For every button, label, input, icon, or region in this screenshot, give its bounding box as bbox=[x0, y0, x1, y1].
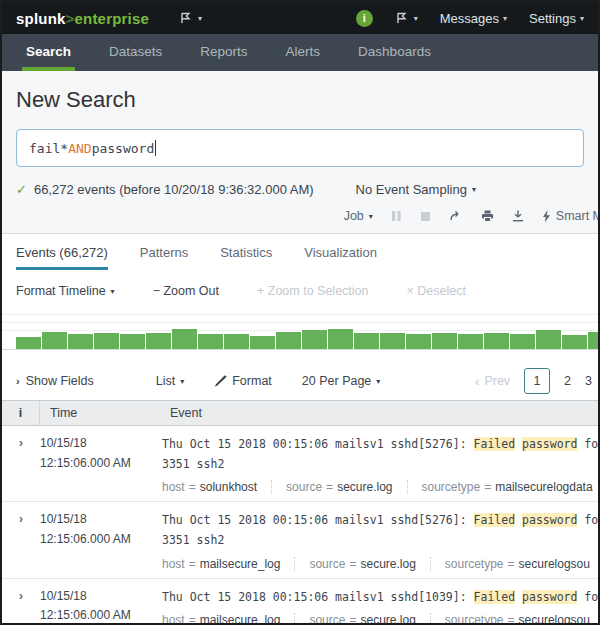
timeline-bar[interactable] bbox=[250, 336, 275, 349]
timeline-bar[interactable] bbox=[172, 329, 197, 349]
timeline-bar[interactable] bbox=[458, 334, 483, 349]
messages-menu[interactable]: Messages bbox=[440, 11, 507, 26]
timeline-bar[interactable] bbox=[432, 333, 457, 349]
event-fields: host=solunkhost source=secure.log source… bbox=[162, 480, 598, 494]
event-timestamp: 12:15:06.000 AM bbox=[40, 454, 162, 474]
nav-label: Alerts bbox=[286, 44, 321, 59]
field-source[interactable]: source=secure.log bbox=[271, 480, 406, 494]
show-fields-label: Show Fields bbox=[26, 374, 94, 388]
event-raw-text: Thu Oct 15 2018 00:15:06 mailsv1 sshd[52… bbox=[162, 434, 598, 454]
zoom-to-selection-button: + Zoom to Selection bbox=[257, 284, 369, 298]
chevron-down-icon bbox=[503, 14, 507, 23]
gridline bbox=[2, 322, 598, 323]
timeline-bar[interactable] bbox=[484, 333, 509, 349]
field-sourcetype[interactable]: sourcetype=securelogsou bbox=[430, 613, 598, 625]
highlighted-term: password bbox=[522, 590, 577, 604]
pause-button[interactable] bbox=[391, 210, 402, 222]
expand-row-chevron[interactable] bbox=[2, 434, 40, 494]
highlighted-term: password bbox=[522, 437, 577, 451]
query-operator: AND bbox=[68, 141, 91, 156]
nav-item-alerts[interactable]: Alerts bbox=[282, 35, 325, 71]
field-source[interactable]: source=secure.log bbox=[294, 557, 429, 571]
format-timeline-menu[interactable]: Format Timeline bbox=[16, 284, 115, 298]
timeline-bar[interactable] bbox=[68, 334, 93, 349]
nav-item-search[interactable]: Search bbox=[22, 35, 75, 71]
event-date: 10/15/18 bbox=[40, 587, 162, 607]
field-sourcetype[interactable]: sourcetype=mailsecurelogdata bbox=[407, 480, 599, 494]
active-nav-underline bbox=[22, 67, 75, 71]
timeline-bar[interactable] bbox=[406, 334, 431, 349]
settings-menu[interactable]: Settings bbox=[529, 11, 584, 26]
timeline-bar[interactable] bbox=[276, 332, 301, 349]
timeline-bar[interactable] bbox=[224, 334, 249, 349]
nav-item-reports[interactable]: Reports bbox=[196, 35, 251, 71]
event-timeline-chart[interactable] bbox=[2, 308, 598, 350]
column-header-info: i bbox=[2, 401, 40, 425]
event-date: 10/15/18 bbox=[40, 434, 162, 454]
event-cell: Thu Oct 15 2018 00:15:06 mailsv1 sshd[52… bbox=[162, 510, 598, 570]
share-button[interactable] bbox=[449, 210, 463, 222]
tab-visualization[interactable]: Visualization bbox=[304, 234, 377, 270]
field-host[interactable]: host=mailsecure_log bbox=[162, 557, 294, 571]
activity-menu-2[interactable] bbox=[395, 12, 418, 24]
format-results-button[interactable]: Format bbox=[214, 374, 272, 388]
timeline-controls: Format Timeline − Zoom Out + Zoom to Sel… bbox=[2, 274, 598, 308]
list-view-menu[interactable]: List bbox=[156, 374, 184, 388]
search-mode-button[interactable]: Smart Mo bbox=[542, 209, 600, 223]
field-source[interactable]: source=secure.log bbox=[294, 613, 429, 625]
export-button[interactable] bbox=[512, 210, 524, 222]
timeline-bar[interactable] bbox=[510, 334, 535, 349]
query-text: password bbox=[92, 141, 155, 156]
field-host[interactable]: host=mailsecure_log bbox=[162, 613, 294, 625]
timeline-bar[interactable] bbox=[42, 332, 67, 349]
field-sourcetype[interactable]: sourcetype=securelogsou bbox=[430, 557, 598, 571]
expand-row-chevron[interactable] bbox=[2, 510, 40, 570]
zoom-out-button[interactable]: − Zoom Out bbox=[153, 284, 219, 298]
page-2-button[interactable]: 2 bbox=[564, 374, 571, 388]
event-timestamp: 12:15:06.000 AM bbox=[40, 606, 162, 625]
job-menu[interactable]: Job bbox=[344, 209, 373, 223]
timeline-bar[interactable] bbox=[380, 333, 405, 349]
show-fields-toggle[interactable]: Show Fields bbox=[16, 374, 94, 388]
timeline-bar[interactable] bbox=[198, 334, 223, 349]
activity-menu[interactable] bbox=[179, 12, 202, 24]
timeline-bar[interactable] bbox=[146, 333, 171, 349]
tab-patterns[interactable]: Patterns bbox=[140, 234, 188, 270]
checkmark-icon bbox=[16, 182, 27, 197]
chevron-down-icon bbox=[198, 14, 202, 23]
stop-button[interactable] bbox=[420, 211, 431, 222]
prev-label: Prev bbox=[484, 374, 510, 388]
timeline-bar[interactable] bbox=[536, 330, 561, 349]
timeline-bar[interactable] bbox=[588, 332, 598, 349]
event-time: 10/15/18 12:15:06.000 AM bbox=[40, 434, 162, 494]
timeline-bar[interactable] bbox=[328, 329, 353, 349]
tab-label: Statistics bbox=[220, 245, 272, 260]
timeline-bar[interactable] bbox=[120, 334, 145, 349]
event-sampling-menu[interactable]: No Event Sampling bbox=[356, 182, 476, 197]
timeline-bar[interactable] bbox=[354, 333, 379, 349]
info-icon[interactable] bbox=[356, 10, 373, 27]
timeline-bar[interactable] bbox=[562, 335, 587, 349]
timeline-bar[interactable] bbox=[302, 330, 327, 349]
field-host[interactable]: host=solunkhost bbox=[162, 480, 271, 494]
per-page-menu[interactable]: 20 Per Page bbox=[302, 374, 381, 388]
page-1-current[interactable]: 1 bbox=[524, 368, 550, 394]
splunk-logo[interactable]: splunk>enterprise bbox=[16, 10, 149, 27]
expand-row-chevron[interactable] bbox=[2, 587, 40, 625]
event-row: 10/15/18 12:15:06.000 AM Thu Oct 15 2018… bbox=[2, 579, 598, 625]
nav-item-datasets[interactable]: Datasets bbox=[105, 35, 166, 71]
chevron-down-icon bbox=[376, 377, 380, 386]
tab-statistics[interactable]: Statistics bbox=[220, 234, 272, 270]
tab-events[interactable]: Events (66,272) bbox=[16, 234, 108, 270]
nav-item-dashboards[interactable]: Dashboards bbox=[354, 35, 435, 71]
timeline-bar[interactable] bbox=[94, 333, 119, 349]
search-input[interactable]: fail* AND password bbox=[16, 129, 584, 167]
page-3-button[interactable]: 3 bbox=[585, 374, 592, 388]
sampling-label: No Event Sampling bbox=[356, 182, 467, 197]
event-raw-text-line2: 3351 ssh2 bbox=[162, 530, 598, 550]
timeline-bar[interactable] bbox=[16, 337, 41, 349]
event-raw-text: Thu Oct 15 2018 00:15:06 mailsv1 sshd[10… bbox=[162, 587, 598, 607]
active-tab-underline bbox=[16, 267, 108, 270]
events-table-header: i Time Event bbox=[2, 400, 598, 426]
print-button[interactable] bbox=[481, 210, 494, 222]
